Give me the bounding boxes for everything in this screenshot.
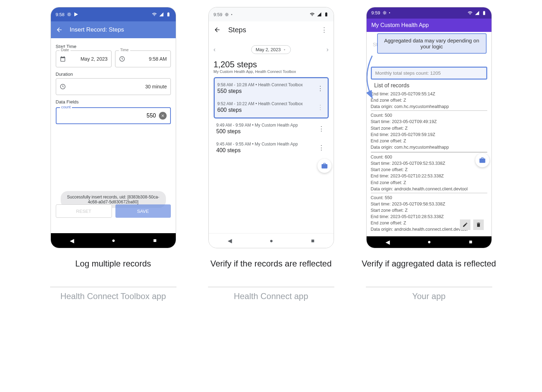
highlighted-records: 9:58 AM - 10:28 AM • Health Connect Tool… — [214, 77, 329, 119]
status-time: 9:59 — [372, 10, 380, 15]
sub-caption: Your app — [412, 291, 446, 302]
record-menu[interactable]: ⋮ — [316, 85, 325, 92]
record-meta: 9:49 AM - 9:59 AM • My Custom Health App — [216, 123, 298, 128]
custom-app-content: Aggregated data may vary depending on yo… — [367, 32, 491, 236]
time-picker[interactable]: Time 9:58 AM — [115, 50, 171, 67]
date-value: May 2, 2023 — [256, 47, 281, 52]
record-count: 600 steps — [218, 107, 303, 113]
count-legend: count — [60, 105, 72, 109]
record-meta: 9:58 AM - 10:28 AM • Health Connect Tool… — [218, 82, 303, 87]
clock-icon — [119, 56, 125, 62]
dropdown-icon — [283, 48, 286, 52]
phone-customapp: 9:59 • My Custom Health App Aggregated d… — [366, 7, 492, 248]
status-bar: 9:58 — [51, 7, 176, 21]
sub-caption: Health Connect Toolbox app — [60, 291, 166, 302]
phone-healthconnect: 9:59 • Steps ⋮ ‹ May 2, — [208, 7, 334, 248]
pinwheel-icon — [225, 12, 229, 17]
clear-button[interactable] — [159, 112, 167, 120]
battery-icon — [324, 12, 329, 17]
record-count: 500 steps — [216, 128, 298, 135]
date-picker[interactable]: Date May 2, 2023 — [56, 50, 112, 67]
divider — [208, 287, 334, 287]
nav-recent[interactable]: ■ — [153, 237, 157, 244]
total-steps: 1,205 steps — [214, 60, 329, 69]
record-item[interactable]: 9:49 AM - 9:59 AM • My Custom Health App… — [214, 119, 329, 138]
form-content: Start Time Date May 2, 2023 Time 9:58 AM… — [51, 38, 176, 233]
nav-recent[interactable]: ■ — [469, 239, 473, 245]
app-bar: Steps ⋮ — [209, 21, 334, 38]
wifi-icon — [310, 12, 315, 17]
clock-icon — [60, 83, 66, 90]
signal-icon — [317, 12, 322, 17]
save-button[interactable]: SAVE — [115, 204, 171, 218]
date-value: May 2, 2023 — [80, 56, 107, 62]
reset-button[interactable]: RESET — [56, 204, 112, 218]
wifi-icon — [468, 11, 473, 15]
battery-icon — [166, 12, 171, 17]
phone-toolbox: 9:58 Insert Record: Steps Start Time Dat… — [51, 7, 176, 248]
nav-back[interactable]: ◀ — [70, 237, 74, 244]
steps-content: ‹ May 2, 2023 › 1,205 steps My Custom He… — [209, 38, 334, 233]
record-meta: 9:52 AM - 10:22 AM • Health Connect Tool… — [218, 101, 303, 106]
dot-icon: • — [389, 11, 390, 15]
data-sources: My Custom Health App, Health Connect Too… — [214, 69, 329, 74]
app-bar: Insert Record: Steps — [51, 21, 176, 38]
divider — [366, 287, 492, 287]
record-item[interactable]: 9:45 AM - 9:55 AM • My Custom Health App… — [214, 138, 329, 157]
back-button[interactable] — [56, 26, 63, 33]
record-menu[interactable]: ⋮ — [317, 125, 326, 133]
close-icon — [161, 114, 165, 118]
toolbox-fab[interactable] — [475, 153, 489, 167]
edit-button[interactable] — [460, 219, 470, 230]
screen-title: Steps — [228, 26, 246, 34]
start-time-label: Start Time — [56, 44, 171, 49]
count-input[interactable] — [60, 113, 159, 119]
record-item[interactable]: 9:58 AM - 10:28 AM • Health Connect Tool… — [215, 79, 328, 98]
caption: Verify if the records are reflected — [210, 258, 332, 281]
overflow-menu[interactable]: ⋮ — [320, 26, 329, 34]
count-input-box[interactable]: count — [56, 107, 171, 124]
list-title: List of records — [374, 82, 487, 89]
callout-arrow — [366, 53, 380, 116]
signal-icon — [475, 11, 480, 15]
record-menu[interactable]: ⋮ — [316, 103, 325, 111]
status-bar: 9:59 • — [367, 7, 491, 19]
back-button[interactable] — [214, 26, 221, 33]
delete-button[interactable] — [473, 219, 484, 230]
toolbox-icon — [321, 162, 328, 169]
screen-title: Insert Record: Steps — [70, 26, 124, 33]
nav-home[interactable]: ● — [428, 239, 431, 245]
record-count: 400 steps — [216, 147, 298, 154]
record-count: 550 steps — [218, 88, 303, 94]
arrow-back-icon — [56, 26, 63, 33]
battery-icon — [482, 11, 487, 15]
nav-back[interactable]: ◀ — [228, 237, 232, 244]
next-day-button[interactable]: › — [326, 46, 328, 53]
arrow-back-icon — [214, 26, 221, 33]
signal-icon — [159, 12, 164, 17]
record-detail: End time: 2023-05-02T09:55:14Z End zone … — [371, 90, 487, 110]
status-time: 9:58 — [56, 12, 65, 17]
record-menu[interactable]: ⋮ — [317, 144, 326, 151]
nav-home[interactable]: ● — [112, 237, 115, 244]
callout-tooltip: Aggregated data may vary depending on yo… — [377, 33, 487, 54]
app-title: My Custom Health App — [372, 22, 429, 28]
status-bar: 9:59 • — [209, 7, 334, 21]
date-selector[interactable]: May 2, 2023 — [251, 45, 291, 54]
status-time: 9:59 — [214, 12, 222, 17]
record-item[interactable]: 9:52 AM - 10:22 AM • Health Connect Tool… — [215, 98, 328, 117]
pinwheel-icon — [67, 12, 72, 17]
duration-label: Duration — [56, 72, 171, 77]
duration-picker[interactable]: 30 minute — [56, 78, 171, 95]
toolbox-fab[interactable] — [317, 159, 332, 173]
system-nav: ◀ ● ■ — [209, 233, 334, 248]
prev-day-button[interactable]: ‹ — [214, 46, 216, 53]
aggregate-result: Monthly total steps count: 1205 — [371, 67, 487, 80]
nav-back[interactable]: ◀ — [386, 239, 390, 245]
calendar-icon — [60, 56, 66, 62]
pinwheel-icon — [382, 11, 387, 15]
dot-icon: • — [231, 13, 233, 16]
nav-home[interactable]: ● — [270, 238, 273, 244]
nav-recent[interactable]: ■ — [311, 238, 315, 244]
play-store-icon — [74, 12, 79, 17]
